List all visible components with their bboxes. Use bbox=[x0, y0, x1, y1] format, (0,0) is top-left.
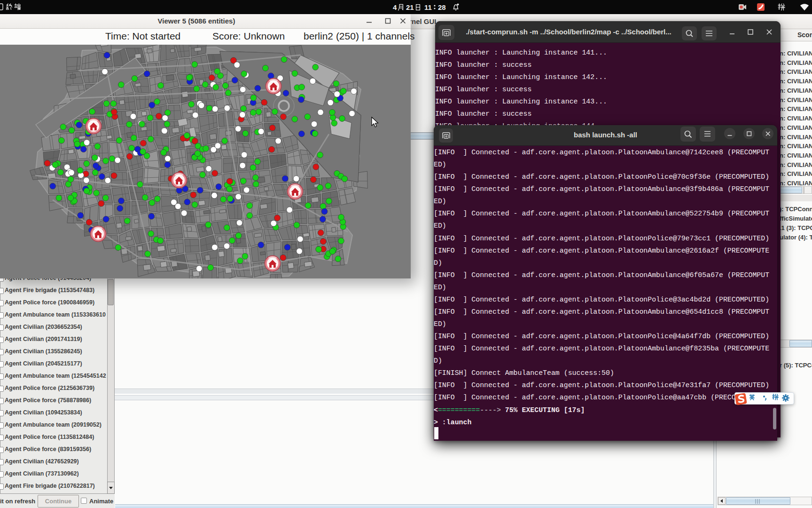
svg-text:28: 28 bbox=[438, 3, 446, 11]
svg-text:11: 11 bbox=[424, 3, 432, 11]
svg-text:4: 4 bbox=[393, 3, 397, 11]
svg-text:21: 21 bbox=[406, 3, 414, 11]
